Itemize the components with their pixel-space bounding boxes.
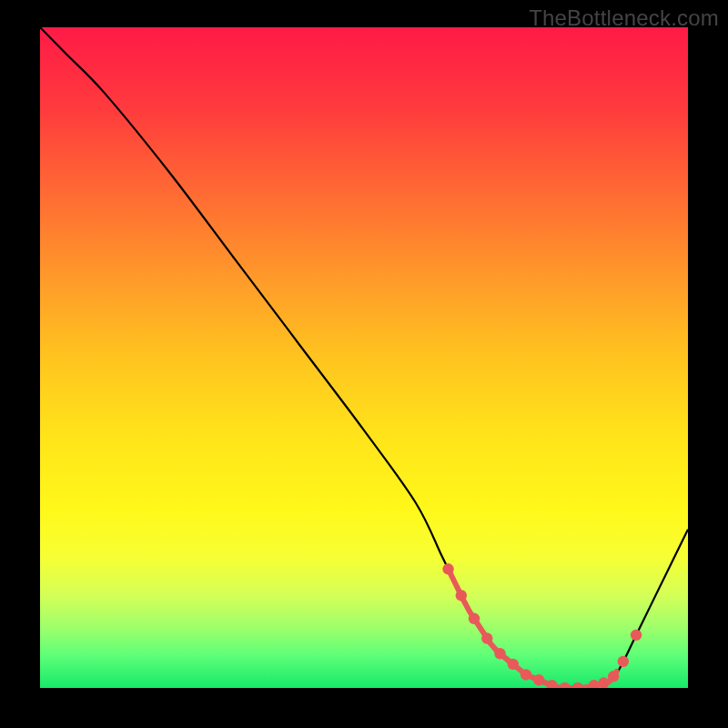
chart-marker [631, 630, 642, 641]
chart-marker [560, 682, 571, 688]
chart-plot-area [40, 27, 688, 688]
chart-marker [589, 680, 600, 688]
chart-marker [442, 563, 453, 574]
chart-highlight-segment [449, 569, 617, 688]
chart-frame: TheBottleneck.com [0, 0, 728, 728]
chart-marker [572, 682, 583, 688]
chart-marker [521, 669, 531, 680]
chart-marker [618, 656, 629, 667]
chart-marker [598, 677, 609, 688]
chart-marker [533, 674, 544, 685]
chart-marker [508, 659, 519, 670]
chart-marker [494, 648, 505, 659]
watermark-text: TheBottleneck.com [529, 5, 719, 31]
chart-line [40, 27, 688, 688]
chart-overlay-svg [40, 27, 688, 688]
chart-marker [469, 613, 480, 624]
chart-marker [456, 590, 467, 601]
chart-marker [481, 632, 492, 643]
chart-markers-group [442, 563, 642, 688]
chart-marker [608, 671, 619, 682]
